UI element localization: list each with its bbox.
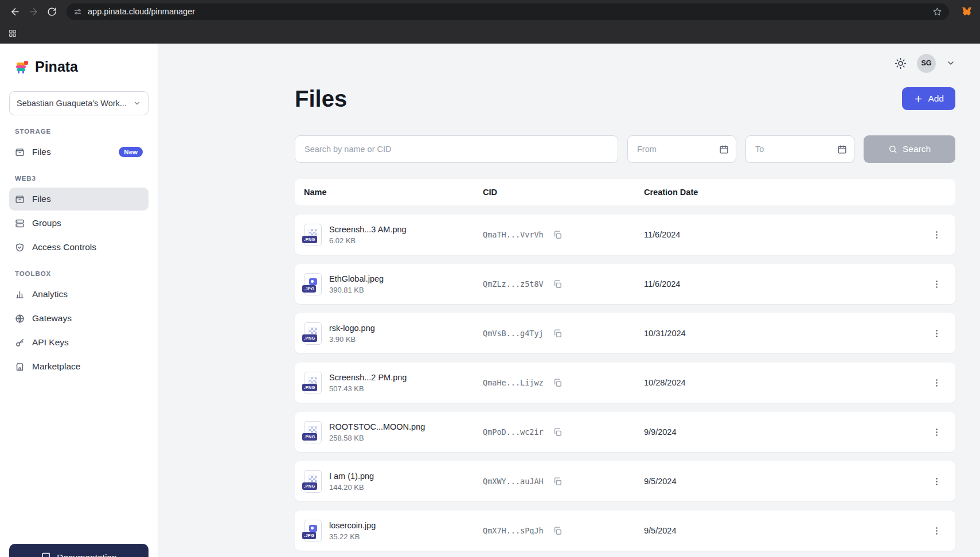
row-menu-icon[interactable] — [932, 477, 942, 486]
browser-chrome: app.pinata.cloud/pinmanager — [0, 0, 980, 44]
sidebar-item-label: API Keys — [32, 337, 69, 348]
creation-date: 9/9/2024 — [644, 427, 932, 437]
row-menu-icon[interactable] — [932, 378, 942, 388]
new-badge: New — [119, 147, 143, 157]
sidebar-item-label: Gateways — [32, 313, 72, 324]
table-row[interactable]: .JPG EthGlobal.jpeg 390.81 KB QmZLz...z5… — [295, 264, 955, 304]
avatar[interactable]: SG — [917, 54, 936, 73]
image-thumbnail — [309, 476, 317, 482]
sidebar-item-analytics[interactable]: Analytics — [9, 283, 149, 306]
refresh-icon[interactable] — [44, 3, 60, 20]
calendar-icon[interactable] — [837, 145, 847, 154]
apps-grid-icon[interactable] — [8, 29, 17, 38]
calendar-icon[interactable] — [719, 145, 729, 154]
row-menu-icon[interactable] — [932, 230, 942, 240]
file-name: Screensh...3 AM.png — [329, 225, 407, 234]
sidebar-item-gateways[interactable]: Gateways — [9, 307, 149, 330]
row-menu-icon[interactable] — [932, 526, 942, 536]
sidebar-item-api-keys[interactable]: API Keys — [9, 331, 149, 354]
extension-icon[interactable] — [961, 5, 973, 18]
file-type-icon: .PNG — [304, 421, 322, 443]
copy-cid-icon[interactable] — [553, 477, 563, 486]
bookmark-star-icon[interactable] — [932, 7, 942, 17]
pinata-logo-icon — [15, 60, 30, 75]
file-name: I am (1).png — [329, 472, 374, 481]
account-row: SG — [295, 52, 955, 75]
theme-toggle-sun-icon[interactable] — [895, 57, 907, 69]
file-size: 6.02 KB — [329, 236, 407, 245]
cid-value: QmaHe...Lijwz — [483, 378, 544, 387]
bookmarks-bar — [0, 23, 980, 44]
copy-cid-icon[interactable] — [553, 526, 563, 536]
pinata-logo[interactable]: Pinata — [9, 59, 149, 75]
copy-cid-icon[interactable] — [553, 230, 563, 240]
files-icon — [15, 194, 25, 204]
table-row[interactable]: .PNG Screensh...2 PM.png 507.43 KB QmaHe… — [295, 363, 955, 403]
file-extension-badge: .PNG — [302, 236, 317, 243]
row-menu-icon[interactable] — [932, 329, 942, 338]
search-icon — [888, 145, 897, 154]
creation-date: 10/28/2024 — [644, 378, 932, 387]
creation-date: 9/5/2024 — [644, 477, 932, 486]
page-title: Files — [295, 86, 347, 112]
cid-value: QmaTH...VvrVh — [483, 230, 544, 239]
date-from-input[interactable] — [637, 145, 714, 154]
image-thumbnail — [309, 525, 317, 532]
copy-cid-icon[interactable] — [553, 378, 563, 388]
file-name: ROOTSTOC...MOON.png — [329, 422, 425, 431]
date-to-field[interactable] — [745, 135, 854, 163]
files-icon — [15, 147, 25, 157]
back-icon[interactable] — [7, 3, 23, 20]
cid-value: QmVsB...g4Tyj — [483, 329, 544, 338]
image-thumbnail — [309, 426, 317, 433]
image-thumbnail — [309, 377, 317, 384]
workspace-selector[interactable]: Sebastian Guaqueta's Work... — [9, 91, 149, 115]
copy-cid-icon[interactable] — [553, 279, 563, 289]
file-extension-badge: .JPG — [302, 285, 316, 293]
search-button[interactable]: Search — [864, 135, 955, 163]
row-menu-icon[interactable] — [932, 279, 942, 289]
sidebar-item-files-web3[interactable]: Files — [9, 188, 149, 211]
creation-date: 11/6/2024 — [644, 230, 932, 239]
sidebar: Pinata Sebastian Guaqueta's Work... STOR… — [0, 44, 158, 557]
sidebar-item-marketplace[interactable]: Marketplace — [9, 355, 149, 378]
sidebar-item-files-storage[interactable]: Files New — [9, 141, 149, 163]
file-extension-badge: .PNG — [302, 482, 317, 490]
add-button[interactable]: Add — [902, 87, 955, 110]
sidebar-item-label: Files — [32, 147, 51, 157]
file-name: Screensh...2 PM.png — [329, 373, 407, 382]
globe-icon — [15, 314, 25, 324]
table-row[interactable]: .JPG losercoin.jpg 35.22 KB QmX7H...sPqJ… — [295, 511, 955, 551]
table-row[interactable]: .PNG Screensh...3 AM.png 6.02 KB QmaTH..… — [295, 215, 955, 255]
file-size: 507.43 KB — [329, 384, 407, 393]
search-input[interactable] — [295, 135, 618, 163]
date-from-field[interactable] — [627, 135, 736, 163]
sidebar-item-label: Access Controls — [32, 242, 96, 252]
documentation-label: Documentation — [57, 552, 116, 557]
account-menu-chevron-icon[interactable] — [946, 59, 955, 68]
file-type-icon: .PNG — [304, 322, 322, 345]
file-type-icon: .JPG — [304, 273, 322, 295]
shield-check-icon — [15, 243, 25, 252]
sidebar-item-access-controls[interactable]: Access Controls — [9, 236, 149, 259]
sidebar-item-groups[interactable]: Groups — [9, 212, 149, 235]
forward-icon[interactable] — [25, 3, 41, 20]
table-row[interactable]: .PNG ROOTSTOC...MOON.png 258.58 KB QmPoD… — [295, 412, 955, 452]
cid-value: QmPoD...wc2ir — [483, 427, 544, 437]
site-settings-icon[interactable] — [73, 7, 82, 16]
table-row[interactable]: .PNG rsk-logo.png 3.90 KB QmVsB...g4Tyj … — [295, 313, 955, 353]
copy-cid-icon[interactable] — [553, 427, 563, 437]
file-extension-badge: .PNG — [302, 433, 317, 441]
date-to-input[interactable] — [755, 145, 833, 154]
column-header-cid: CID — [483, 188, 644, 197]
book-icon — [41, 552, 51, 557]
address-bar[interactable]: app.pinata.cloud/pinmanager — [67, 3, 949, 20]
copy-cid-icon[interactable] — [553, 329, 563, 338]
documentation-button[interactable]: Documentation — [9, 544, 149, 557]
cid-value: QmXWY...auJAH — [483, 477, 544, 486]
main-content: SG Files Add — [158, 44, 980, 557]
table-row[interactable]: .PNG I am (1).png 144.20 KB QmXWY...auJA… — [295, 461, 955, 501]
row-menu-icon[interactable] — [932, 427, 942, 437]
browser-toolbar: app.pinata.cloud/pinmanager — [0, 0, 980, 23]
file-type-icon: .PNG — [304, 470, 322, 493]
